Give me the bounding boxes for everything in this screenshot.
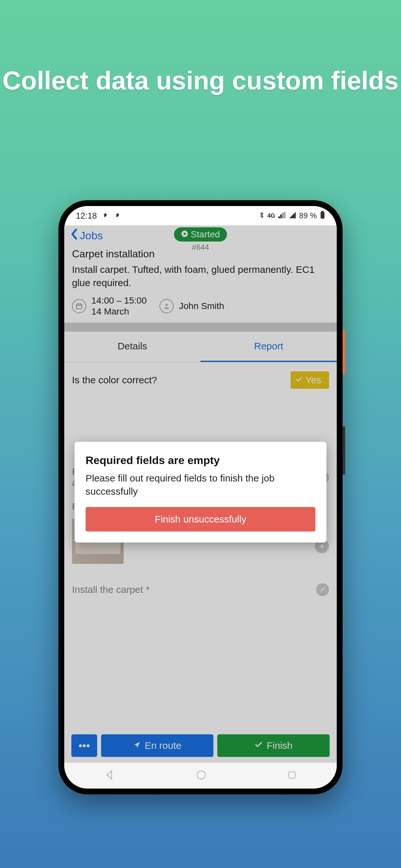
svg-rect-1	[320, 212, 325, 219]
svg-rect-9	[289, 772, 295, 778]
status-text: Started	[191, 229, 220, 240]
back-label: Jobs	[80, 229, 103, 242]
network-icon: 4G	[267, 213, 275, 219]
finish-button[interactable]: Finish	[217, 734, 330, 757]
phone-frame: 12:18 4G 89 %	[58, 200, 343, 795]
play-circle-icon	[181, 229, 188, 240]
en-route-label: En route	[145, 740, 181, 751]
modal-title: Required fields are empty	[86, 454, 315, 467]
job-time: 14:00 – 15:00	[91, 295, 147, 306]
device-screen: 12:18 4G 89 %	[64, 206, 337, 788]
promo-headline: Collect data using custom fields	[0, 0, 401, 97]
status-bar: 12:18 4G 89 %	[64, 206, 337, 225]
check-icon	[114, 212, 121, 220]
svg-rect-0	[321, 211, 323, 212]
signal-icon	[289, 211, 296, 220]
field-color: Is the color correct? Yes	[72, 371, 329, 389]
yes-label: Yes	[305, 375, 321, 385]
check-icon	[254, 740, 263, 751]
recents-nav-icon[interactable]	[287, 770, 297, 781]
back-nav-icon[interactable]	[104, 770, 115, 782]
volume-button	[343, 330, 345, 375]
action-bar: ••• En route Finish	[64, 730, 337, 763]
tab-details[interactable]: Details	[64, 332, 201, 362]
signal-icon	[278, 211, 285, 220]
svg-point-7	[166, 304, 168, 306]
field-install-carpet: Install the carpet *	[72, 583, 329, 596]
bluetooth-icon	[259, 211, 264, 220]
field-label: Is the color correct?	[72, 375, 157, 385]
assignee-name: John Smith	[179, 301, 224, 312]
svg-rect-3	[76, 304, 82, 309]
back-button[interactable]: Jobs	[71, 228, 103, 242]
home-nav-icon[interactable]	[196, 770, 207, 782]
finish-label: Finish	[267, 740, 292, 751]
job-number: #644	[174, 243, 227, 252]
status-badge: Started	[174, 227, 227, 242]
job-status: Started #644	[174, 227, 227, 252]
location-arrow-icon	[133, 740, 141, 751]
check-icon	[101, 212, 109, 220]
yes-toggle[interactable]: Yes	[290, 371, 329, 389]
section-divider	[64, 322, 337, 332]
finish-unsuccessfully-button[interactable]: Finish unsuccessfully	[86, 507, 315, 531]
calendar-icon	[72, 299, 86, 313]
person-icon	[159, 299, 174, 313]
tab-report[interactable]: Report	[201, 332, 337, 362]
job-description: Install carpet. Tufted, with foam, glued…	[72, 263, 329, 289]
check-icon	[295, 375, 303, 385]
power-button	[343, 426, 345, 475]
assignee-block: John Smith	[159, 299, 224, 313]
battery-pct: 89 %	[299, 211, 317, 220]
battery-icon	[320, 211, 325, 221]
svg-point-8	[197, 771, 205, 779]
status-time: 12:18	[76, 211, 97, 221]
en-route-button[interactable]: En route	[101, 734, 213, 757]
job-date: 14 March	[91, 306, 147, 317]
android-nav-bar	[64, 763, 337, 788]
app-content: Jobs Started #644 Carpet installation In…	[64, 225, 337, 763]
chevron-left-icon	[71, 228, 78, 242]
tabs: Details Report	[64, 332, 337, 362]
check-toggle[interactable]	[316, 583, 329, 596]
field-label: Install the carpet *	[72, 584, 150, 595]
modal-message: Please fill out required fields to finis…	[86, 472, 315, 498]
job-summary: Carpet installation Install carpet. Tuft…	[64, 244, 337, 322]
more-button[interactable]: •••	[71, 734, 97, 757]
nav-header: Jobs Started #644	[64, 225, 337, 244]
required-fields-modal: Required fields are empty Please fill ou…	[74, 442, 327, 542]
schedule-block: 14:00 – 15:00 14 March	[72, 295, 147, 317]
